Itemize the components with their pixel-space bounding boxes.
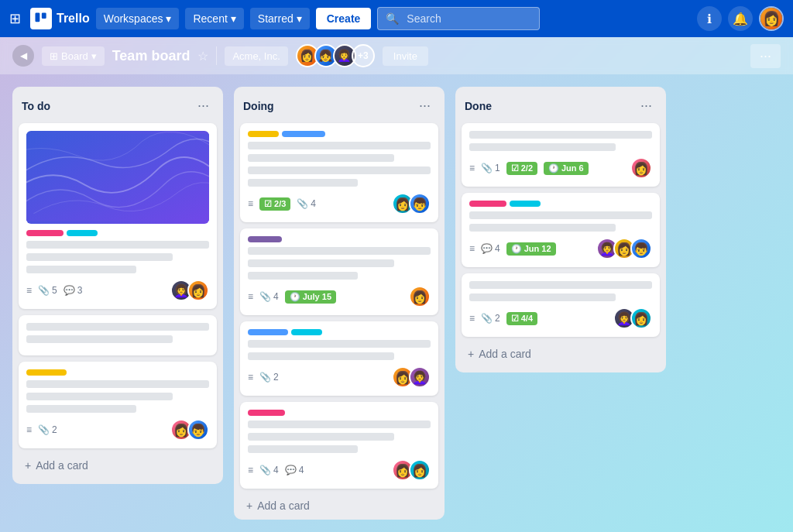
lines-icon: ≡ bbox=[248, 291, 253, 302]
card-3-labels bbox=[26, 369, 209, 376]
card-6[interactable]: ≡ 📎 2 👩 👩‍🦱 bbox=[240, 321, 438, 396]
card-9-members: 👩‍🦱 👩 👦 bbox=[596, 238, 652, 259]
column-header-done: Done ··· bbox=[462, 94, 660, 117]
card-5-footer: ≡ 📎 4 🕐 July 15 👩 bbox=[248, 286, 431, 307]
card-6-meta: ≡ 📎 2 bbox=[248, 372, 279, 383]
label bbox=[510, 201, 541, 207]
user-avatar[interactable]: 👩 bbox=[759, 6, 784, 31]
workspace-button[interactable]: Acme, Inc. bbox=[225, 46, 287, 66]
member-avatar: 👩 bbox=[409, 459, 431, 481]
card-6-labels bbox=[248, 329, 431, 335]
add-card-done[interactable]: + Add a card bbox=[462, 343, 660, 365]
column-header-todo: To do ··· bbox=[19, 94, 217, 117]
card-7-labels bbox=[248, 410, 431, 416]
member-avatar: 👩 bbox=[630, 307, 652, 329]
more-options-button[interactable]: ··· bbox=[750, 44, 781, 68]
card-8-members: 👩 bbox=[630, 157, 652, 179]
lines-icon: ≡ bbox=[469, 313, 475, 324]
column-menu-doing[interactable]: ··· bbox=[414, 96, 435, 115]
card-1-members: 👩‍🦱 👩 bbox=[170, 280, 209, 301]
card-6-members: 👩 👩‍🦱 bbox=[392, 366, 431, 388]
attachment-icon: 📎 bbox=[38, 424, 50, 435]
member-avatar: 👩‍🦱 bbox=[409, 366, 431, 388]
comment-icon: 💬 bbox=[481, 243, 493, 254]
label bbox=[26, 230, 64, 236]
card-9-labels bbox=[469, 201, 652, 207]
card-1-labels bbox=[26, 230, 209, 236]
sidebar-toggle[interactable]: ◀ bbox=[12, 45, 34, 67]
card-4[interactable]: ≡ ☑ 2/3 📎 4 👩 👦 bbox=[240, 123, 438, 222]
label bbox=[248, 131, 279, 137]
card-7-members: 👩 👩 bbox=[392, 459, 431, 481]
invite-button[interactable]: Invite bbox=[383, 46, 428, 66]
add-card-doing[interactable]: + Add a card bbox=[240, 495, 438, 517]
card-cover-1 bbox=[26, 131, 209, 224]
attachment-icon: 📎 bbox=[38, 285, 50, 296]
card-9[interactable]: ≡ 💬 4 🕐 Jun 12 👩‍🦱 bbox=[462, 193, 660, 267]
add-card-todo[interactable]: + Add a card bbox=[19, 455, 217, 476]
card-7-footer: ≡ 📎 4 💬 4 👩 👩 bbox=[248, 459, 431, 481]
card-9-footer: ≡ 💬 4 🕐 Jun 12 👩‍🦱 bbox=[469, 238, 652, 259]
date-badge: 🕐 July 15 bbox=[285, 290, 336, 304]
checklist-badge: ☑ 4/4 bbox=[506, 312, 537, 325]
label bbox=[67, 230, 98, 236]
member-avatar: 👦 bbox=[409, 193, 431, 215]
lines-icon: ≡ bbox=[248, 198, 253, 209]
checklist-badge: ☑ 2/3 bbox=[259, 197, 290, 211]
column-menu-done[interactable]: ··· bbox=[636, 96, 657, 115]
member-count[interactable]: +3 bbox=[352, 44, 375, 67]
attachment-icon: 📎 bbox=[297, 198, 308, 209]
card-1-footer: ≡ 📎 5 💬 3 👩‍🦱 👩 bbox=[26, 280, 209, 301]
card-2[interactable] bbox=[19, 315, 217, 355]
column-title-todo: To do bbox=[22, 100, 50, 112]
column-done: Done ··· ≡ 📎 1 ☑ 2/2 bbox=[455, 87, 666, 372]
card-4-members: 👩 👦 bbox=[392, 193, 431, 215]
card-7[interactable]: ≡ 📎 4 💬 4 👩 👩 bbox=[240, 402, 438, 489]
recent-menu[interactable]: Recent ▾ bbox=[185, 8, 243, 29]
card-5[interactable]: ≡ 📎 4 🕐 July 15 👩 bbox=[240, 228, 438, 315]
attachment-icon: 📎 bbox=[481, 163, 493, 173]
card-10-members: 👩‍🦱 👩 bbox=[613, 307, 652, 329]
lines-icon: ≡ bbox=[469, 243, 475, 254]
member-avatar: 👦 bbox=[187, 419, 209, 441]
card-1[interactable]: ≡ 📎 5 💬 3 👩‍🦱 👩 bbox=[19, 123, 217, 309]
date-badge: 🕐 Jun 6 bbox=[544, 162, 589, 175]
lines-icon: ≡ bbox=[248, 465, 253, 475]
trello-logo-text: Trello bbox=[57, 12, 90, 26]
date-badge: 🕐 Jun 12 bbox=[506, 242, 556, 256]
board-content: To do ··· bbox=[0, 74, 793, 532]
grid-icon[interactable]: ⊞ bbox=[9, 10, 21, 27]
search-input[interactable] bbox=[402, 8, 530, 29]
column-title-doing: Doing bbox=[243, 100, 274, 112]
card-3[interactable]: ≡ 📎 2 👩 👦 bbox=[19, 362, 217, 448]
notifications-button[interactable]: 🔔 bbox=[728, 6, 753, 31]
board-view-button[interactable]: ⊞ Board ▾ bbox=[42, 46, 105, 66]
label bbox=[248, 410, 285, 416]
card-8-footer: ≡ 📎 1 ☑ 2/2 🕐 Jun 6 bbox=[469, 157, 652, 179]
member-avatar: 👩 bbox=[409, 286, 431, 307]
card-9-meta: ≡ 💬 4 🕐 Jun 12 bbox=[469, 242, 556, 256]
label bbox=[469, 201, 506, 207]
card-4-footer: ≡ ☑ 2/3 📎 4 👩 👦 bbox=[248, 193, 431, 215]
attachment-icon: 📎 bbox=[481, 313, 493, 324]
info-button[interactable]: ℹ bbox=[697, 6, 722, 31]
attachment-icon: 📎 bbox=[259, 291, 271, 302]
card-10[interactable]: ≡ 📎 2 ☑ 4/4 👩‍🦱 👩 bbox=[462, 273, 660, 337]
comment-icon: 💬 bbox=[64, 285, 75, 296]
column-doing: Doing ··· ≡ ☑ 2/3 bbox=[234, 87, 445, 520]
top-navigation: ⊞ Trello Workspaces ▾ Recent ▾ Starred ▾… bbox=[0, 0, 793, 37]
card-5-members: 👩 bbox=[409, 286, 431, 307]
search-bar[interactable]: 🔍 bbox=[377, 7, 539, 30]
star-button[interactable]: ☆ bbox=[197, 49, 208, 63]
starred-menu[interactable]: Starred ▾ bbox=[250, 8, 310, 29]
lines-icon: ≡ bbox=[26, 285, 32, 296]
column-menu-todo[interactable]: ··· bbox=[193, 96, 214, 115]
card-10-meta: ≡ 📎 2 ☑ 4/4 bbox=[469, 312, 537, 325]
trello-logo[interactable]: Trello bbox=[30, 8, 90, 29]
workspaces-menu[interactable]: Workspaces ▾ bbox=[96, 8, 180, 29]
create-button[interactable]: Create bbox=[316, 8, 372, 29]
member-avatar: 👦 bbox=[630, 238, 652, 259]
card-3-meta: ≡ 📎 2 bbox=[26, 424, 57, 435]
member-avatars: 👩 👧 👩‍🦱 +3 bbox=[296, 44, 375, 67]
card-8[interactable]: ≡ 📎 1 ☑ 2/2 🕐 Jun 6 bbox=[462, 123, 660, 187]
